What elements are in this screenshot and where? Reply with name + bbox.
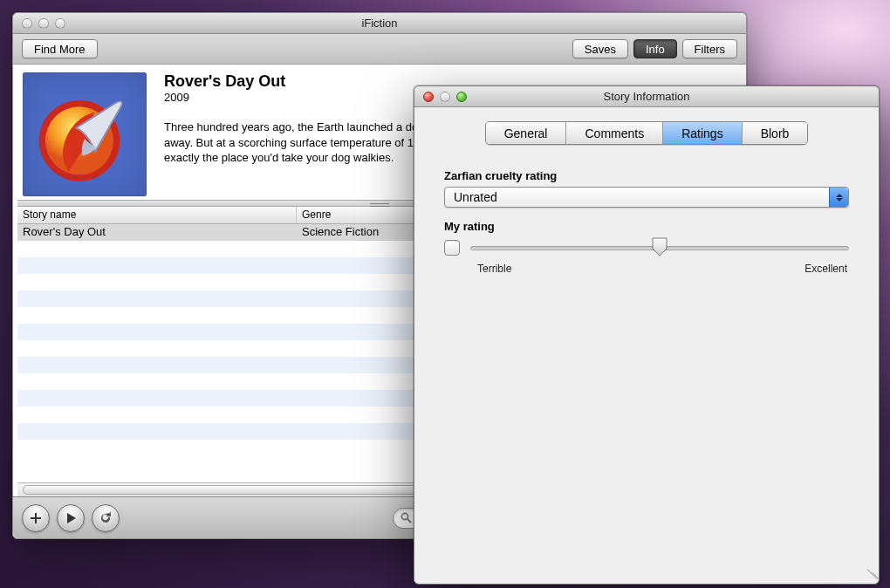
close-icon[interactable] — [22, 18, 32, 29]
zoom-icon[interactable] — [55, 18, 65, 29]
close-icon[interactable] — [423, 92, 434, 102]
play-button[interactable] — [57, 504, 85, 532]
myrating-slider[interactable] — [470, 238, 849, 257]
scale-min-label: Terrible — [477, 263, 511, 275]
svg-line-3 — [407, 519, 411, 523]
main-window-title: iFiction — [13, 17, 746, 30]
tab-ratings[interactable]: Ratings — [663, 122, 742, 144]
myrating-label: My rating — [444, 220, 849, 233]
find-more-button[interactable]: Find More — [22, 39, 98, 58]
minimize-icon[interactable] — [440, 92, 450, 102]
info-button[interactable]: Info — [633, 39, 677, 58]
column-story-name[interactable]: Story name — [17, 207, 297, 223]
scale-max-label: Excellent — [804, 263, 847, 275]
cover-art — [23, 72, 147, 196]
cell-story-name: Rover's Day Out — [17, 224, 297, 241]
plus-icon — [29, 511, 43, 525]
play-icon — [65, 512, 77, 524]
info-window-title: Story Information — [414, 90, 879, 103]
minimize-icon[interactable] — [38, 18, 49, 29]
info-tabs: General Comments Ratings Blorb — [485, 121, 809, 145]
saves-button[interactable]: Saves — [572, 39, 628, 58]
info-titlebar[interactable]: Story Information — [414, 86, 879, 107]
main-titlebar[interactable]: iFiction — [13, 13, 746, 34]
story-info-window: Story Information General Comments Ratin… — [414, 85, 880, 585]
resize-grip[interactable] — [863, 568, 875, 580]
zarfian-select[interactable]: Unrated — [444, 187, 849, 208]
add-button[interactable] — [22, 504, 50, 532]
reload-button[interactable] — [92, 504, 120, 532]
tab-blorb[interactable]: Blorb — [743, 122, 808, 144]
svg-point-2 — [401, 513, 407, 519]
slider-thumb[interactable] — [652, 237, 668, 256]
zoom-icon[interactable] — [456, 92, 467, 102]
select-stepper-icon — [829, 188, 848, 207]
search-icon — [400, 512, 412, 523]
zarfian-value: Unrated — [454, 190, 497, 204]
reload-icon — [99, 511, 113, 525]
filters-button[interactable]: Filters — [682, 39, 737, 58]
main-toolbar: Find More Saves Info Filters — [13, 34, 746, 65]
zarfian-label: Zarfian cruelty rating — [444, 169, 849, 182]
tab-comments[interactable]: Comments — [566, 122, 663, 144]
myrating-checkbox[interactable] — [444, 240, 460, 256]
tab-general[interactable]: General — [486, 122, 567, 144]
